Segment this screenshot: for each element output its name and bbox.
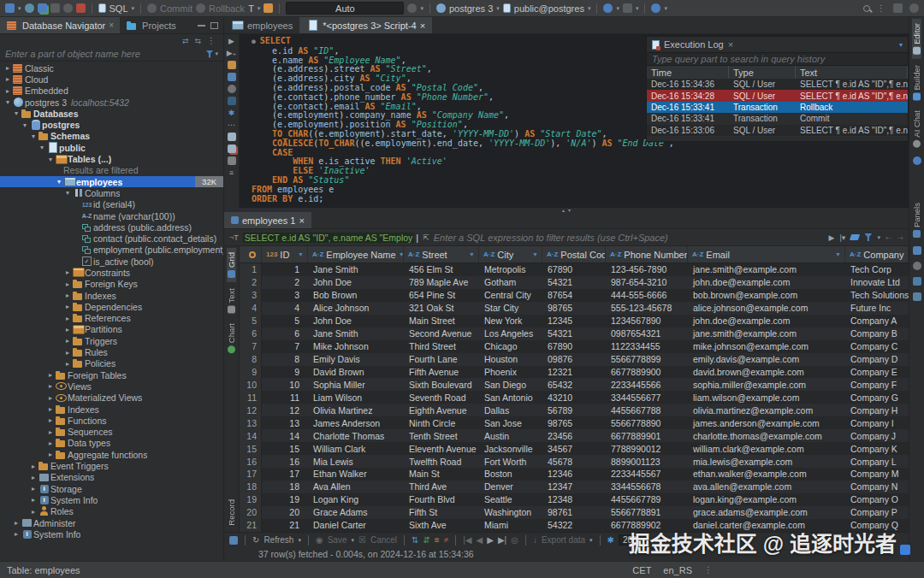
grid-cell[interactable]: 98765 [542,302,606,315]
tree-expander-icon[interactable]: ▸ [46,428,55,436]
calc-panel-icon[interactable] [913,262,921,270]
grid-cell[interactable]: Fifth Avenue [404,366,479,379]
status-timezone[interactable]: CET [632,565,651,575]
grid-cell[interactable]: 2233445567 [606,468,688,481]
row-number[interactable]: 12 [240,404,262,416]
grid-cell[interactable]: 67890 [542,340,606,353]
grid-cell[interactable]: 13 [262,416,308,429]
commit-mode-combo[interactable]: Auto [286,2,404,15]
grid-cell[interactable]: Second Avenue [404,327,479,340]
grid-cell[interactable]: 34567 [542,442,606,455]
grid-cell[interactable]: Sophia Miller [308,378,404,391]
grid-cell[interactable]: David Brown [308,366,404,379]
grid-cell[interactable]: 16 [262,455,308,468]
tree-expander-icon[interactable]: ▾ [55,178,63,186]
last-row-icon[interactable]: ▶| [498,535,506,545]
tree-item[interactable]: ▾Columns [0,187,223,198]
grid-cell[interactable]: Future Inc [845,302,909,315]
column-header-city[interactable]: A·ZCity▼ [479,246,542,262]
grid-cell[interactable]: John Doe [308,276,404,289]
tab-record[interactable]: Record [227,495,236,530]
column-header-company[interactable]: A·ZCompany▼ [845,246,909,262]
sql-menu[interactable]: SQL [110,3,128,14]
grid-cell[interactable]: Charlotte Thomas [308,429,404,442]
tab-chart[interactable]: Chart [227,319,236,357]
row-number[interactable]: 4 [240,302,262,315]
tree-expander-icon[interactable]: ▸ [12,519,21,527]
grid-cell[interactable]: 12321 [542,366,606,379]
tree-expander-icon[interactable]: ▸ [63,268,72,276]
grid-cell[interactable]: Sixth Boulevard [404,378,479,391]
grid-cell[interactable]: 4455667789 [606,493,688,506]
tree-item[interactable]: ▸Partitions [0,324,223,335]
grid-cell[interactable]: Company I [845,416,909,429]
grid-cell[interactable]: 12346 [542,468,606,481]
transaction-caret[interactable]: ▾ [258,5,261,12]
grid-cell[interactable]: ava.allen@example.com [688,481,845,493]
transaction-log-icon[interactable]: T [248,3,254,14]
grid-cell[interactable]: 456 Elm St [404,263,479,276]
collapse-all-icon[interactable]: ⇄ [182,37,189,45]
overflow-menu-icon[interactable]: ⋮ [877,3,886,13]
sql-script-icon[interactable] [98,3,106,13]
grid-cell[interactable]: 789 Maple Ave [404,276,479,289]
edit-row-icon[interactable]: ≡ [435,535,440,545]
maximize-icon[interactable] [210,22,218,29]
grid-cell[interactable]: Washington [479,506,542,519]
grid-cell[interactable]: 5566778890 [606,416,688,429]
tree-item[interactable]: ▸System Info [0,528,223,540]
grid-cell[interactable]: jane.smith@example.com [688,327,845,340]
grid-cell[interactable]: charlotte.thomas@example.com [688,429,845,442]
column-header-id[interactable]: 123ID▼ [262,246,308,262]
tree-expander-icon[interactable]: ▸ [12,530,21,538]
clock-icon[interactable] [407,3,417,13]
grid-cell[interactable]: Fort Worth [479,455,542,468]
log-search-input[interactable]: Type query part to search in query histo… [647,52,908,66]
close-icon[interactable]: × [109,21,114,30]
tree-item[interactable]: ▸Event Triggers [0,460,223,471]
grid-cell[interactable]: 5566778891 [606,506,688,519]
tree-expander-icon[interactable]: ▸ [46,439,55,447]
database-selector[interactable]: public@postgres [514,3,584,14]
grid-cell[interactable]: sophia.miller@example.com [688,378,845,391]
grid-cell[interactable]: Company P [845,506,909,519]
grid-cell[interactable]: William Clark [308,442,404,455]
log-row[interactable]: Dec-16 15:33:06SQL / UserSELECT ¶ e.id A… [647,125,908,136]
grid-cell[interactable]: San Jose [479,416,542,429]
grid-cell[interactable]: Jacksonville [479,442,542,455]
grid-cell[interactable]: olivia.martinez@example.com [688,404,845,416]
grid-cell[interactable]: Alice Johnson [308,302,404,315]
tab-sql-script[interactable]: *<postgres 3> Script-4 × [299,17,432,33]
grid-cell[interactable]: 54322 [542,519,606,532]
grid-cell[interactable]: 2233445566 [606,378,688,391]
outline-icon[interactable]: ≡ [229,168,234,177]
grid-cell[interactable]: 43210 [542,391,606,404]
log-row[interactable]: Dec-16 15:34:28SQL / UserSELECT ¶ e.id A… [647,90,908,101]
tree-expander-icon[interactable]: ▸ [63,349,72,357]
add-row-icon[interactable]: ⇅ [412,535,418,545]
column-filter-caret[interactable]: ▼ [835,251,841,257]
status-menu-icon[interactable]: ⋮ [704,565,714,575]
grid-cell[interactable]: 6677889900 [606,366,688,379]
tree-item[interactable]: ▸Roles [0,506,223,517]
grid-cell[interactable]: james.anderson@example.com [688,416,845,429]
tree-item[interactable]: contact (public.contact_details) [0,233,223,244]
new-sql-caret[interactable]: ▾ [18,5,21,12]
grid-cell[interactable]: 65432 [542,378,606,391]
grid-cell[interactable]: Company H [845,404,909,416]
tab-results-employees-1[interactable]: employees 1 × [224,212,311,228]
close-icon[interactable]: × [728,39,733,50]
grid-cell[interactable]: Company E [845,366,909,379]
filter-menu-icon[interactable] [864,233,872,241]
tree-item[interactable]: ▾public [0,142,223,153]
duplicate-row-icon[interactable]: ⇵ [423,535,429,545]
tree-expander-icon[interactable]: ▸ [63,360,72,368]
tree-expander-icon[interactable]: ▸ [63,292,72,299]
tab-editor[interactable]: Editor [912,19,921,59]
tab-text[interactable]: Text [227,284,236,317]
grid-cell[interactable]: jane.smith@example.com [688,263,845,276]
tree-item[interactable]: ▸Triggers [0,335,223,346]
row-number[interactable]: 10 [240,378,262,391]
database-caret[interactable]: ▾ [588,5,591,12]
row-number[interactable]: 13 [240,416,262,429]
